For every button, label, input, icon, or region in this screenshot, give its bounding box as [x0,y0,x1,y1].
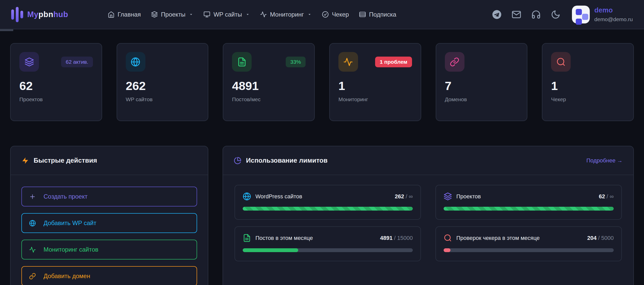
search-icon [551,52,571,72]
nav-label: Главная [118,11,141,18]
brand-bars-icon [11,7,23,22]
user-name: demo [594,6,633,14]
check-circle-icon [322,11,329,18]
limit-label: WordPress сайтов [255,193,302,200]
status-badge: 62 актив. [61,57,93,67]
globe-icon [126,52,145,72]
credit-card-icon [359,11,366,18]
activity-icon [260,11,267,18]
stat-card-domains[interactable]: 7 Доменов [436,43,528,121]
add-domain-button[interactable]: Добавить домен [21,266,197,285]
brand-logo[interactable]: Mypbnhub [11,7,68,22]
problem-badge: 1 проблем [375,57,412,67]
scrollbar-fragment [0,29,13,31]
stats-row: 62 актив. 62 Проектов 262 WP сайтов 33% … [10,43,634,121]
activity-icon [29,246,36,253]
progress-bar [444,248,614,252]
search-icon [444,234,452,242]
nav-item-monitoring[interactable]: Мониторинг [260,11,312,18]
nav-label: Подписка [369,11,396,18]
progress-fill [243,207,413,211]
file-icon [243,234,251,242]
link-icon [445,52,464,72]
stat-card-posts[interactable]: 33% 4891 Постов/мес [223,43,315,121]
stat-value: 62 [19,79,93,93]
progress-fill [444,207,614,211]
progress-fill [243,248,298,252]
telegram-icon[interactable] [492,10,502,19]
create-project-button[interactable]: Создать проект [21,187,197,206]
progress-bar [243,207,413,211]
main-menu: Главная Проекты WP сайты Мониторинг Чеке… [108,11,396,18]
user-meta: demo demo@demo.ru [594,6,633,22]
panels-row: Быстрые действия Создать проект Добавить… [10,146,634,285]
chevron-down-icon [307,12,312,17]
stat-value: 1 [551,79,625,93]
globe-icon [243,192,251,201]
limit-label: Проверок чекера в этом месяце [456,235,540,241]
stat-label: Доменов [445,96,518,102]
limit-value: 204 / 5000 [587,235,614,241]
limits-more-link[interactable]: Подробнее → [586,157,623,164]
stat-label: WP сайтов [126,96,199,102]
limit-label: Проектов [456,193,481,200]
stat-label: Мониторинг [338,96,412,102]
home-icon [108,11,115,18]
nav-item-subscription[interactable]: Подписка [359,11,396,18]
file-icon [232,52,252,72]
stat-label: Проектов [19,96,93,102]
progress-fill [444,248,450,252]
add-wp-site-button[interactable]: Добавить WP сайт [21,213,197,233]
nav-label: Чекер [332,11,349,18]
nav-item-projects[interactable]: Проекты [151,11,193,18]
nav-item-wp-sites[interactable]: WP сайты [203,11,250,18]
progress-bar [444,207,614,211]
limit-value: 62 / ∞ [599,193,614,200]
globe-icon [29,220,36,227]
limits-title: Использование лимитов [234,157,327,164]
layers-icon [19,52,39,72]
chevron-down-icon [245,12,250,17]
stat-value: 1 [338,79,412,93]
mail-icon[interactable] [512,10,521,19]
avatar [572,6,590,23]
limit-value: 262 / ∞ [395,193,413,200]
stat-label: Постов/мес [232,96,306,102]
quick-actions-title: Быстрые действия [21,157,97,164]
nav-label: Мониторинг [270,11,304,18]
monitor-icon [203,11,210,18]
activity-icon [338,52,358,72]
limit-card-wordpress-sites: WordPress сайтов 262 / ∞ [235,185,421,220]
status-badge: 33% [286,57,306,67]
stat-value: 4891 [232,79,306,93]
limit-label: Постов в этом месяце [255,235,313,241]
limit-value: 4891 / 15000 [380,235,413,241]
nav-label: WP сайты [213,11,242,18]
nav-label: Проекты [161,11,185,18]
stat-card-projects[interactable]: 62 актив. 62 Проектов [10,43,102,121]
navbar-right: demo demo@demo.ru [492,6,633,23]
link-icon [29,273,36,280]
stat-card-wp-sites[interactable]: 262 WP сайтов [117,43,209,121]
nav-item-checker[interactable]: Чекер [322,11,349,18]
zap-icon [21,157,29,164]
plus-icon [29,193,36,200]
limits-panel: Использование лимитов Подробнее → WordPr… [223,146,634,285]
user-menu[interactable]: demo demo@demo.ru [572,6,633,23]
limit-card-projects: Проектов 62 / ∞ [435,185,622,220]
stat-label: Чекер [551,96,625,102]
limit-card-posts: Постов в этом месяце 4891 / 15000 [235,226,421,261]
stat-value: 7 [445,79,518,93]
chevron-down-icon [189,12,193,17]
nav-item-home[interactable]: Главная [108,11,141,18]
headphones-icon[interactable] [531,10,541,19]
stat-card-monitoring[interactable]: 1 проблем 1 Мониторинг [329,43,421,121]
moon-icon[interactable] [551,10,560,19]
stat-value: 262 [126,79,199,93]
progress-bar [243,248,413,252]
stat-card-checker[interactable]: 1 Чекер [542,43,634,121]
user-email: demo@demo.ru [594,16,633,22]
brand-name: Mypbnhub [27,10,68,19]
quick-actions-panel: Быстрые действия Создать проект Добавить… [10,146,208,285]
monitoring-sites-button[interactable]: Мониторинг сайтов [21,240,197,260]
